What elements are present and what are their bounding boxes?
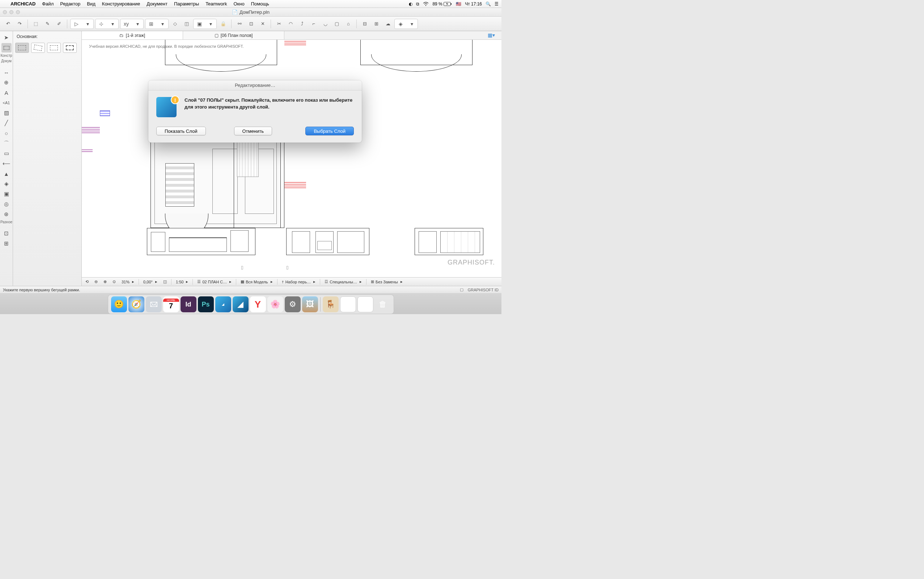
- arrow-tool-icon[interactable]: ➤: [2, 33, 11, 43]
- detail-tool-icon[interactable]: ◎: [2, 200, 11, 209]
- worksheet-tool-icon[interactable]: ▣: [2, 189, 11, 199]
- dock-photoshop-icon[interactable]: Ps: [198, 296, 214, 312]
- fit-icon[interactable]: ⟲: [84, 280, 90, 284]
- battery-status[interactable]: 89 %: [432, 2, 452, 7]
- cloud-icon[interactable]: ☁: [383, 19, 393, 29]
- grid-tool-icon[interactable]: ⊞: [2, 239, 11, 248]
- pen-set[interactable]: ⫯ Набор перь… ▸: [281, 280, 317, 284]
- spline-tool-icon[interactable]: ⌒: [2, 139, 11, 148]
- cube-icon[interactable]: ◫: [181, 19, 192, 29]
- circle-tool-icon[interactable]: ○: [2, 128, 11, 138]
- wifi-icon[interactable]: [423, 2, 429, 6]
- coord-group[interactable]: xy▾: [120, 19, 144, 29]
- drawing-tool-icon[interactable]: ▭: [2, 149, 11, 158]
- menu-options[interactable]: Параметры: [171, 1, 202, 7]
- pick-tool-icon[interactable]: ⬚: [31, 19, 41, 29]
- zoom-button[interactable]: [16, 10, 20, 14]
- group-icon[interactable]: ⊟: [360, 19, 370, 29]
- grid-icon[interactable]: ⊞: [146, 20, 157, 28]
- app-name[interactable]: ARCHICAD: [7, 1, 39, 7]
- fill-tool-icon[interactable]: ▨: [2, 108, 11, 118]
- measure-icon[interactable]: ⊡: [246, 19, 256, 29]
- interior-tool-icon[interactable]: ◈: [2, 179, 11, 188]
- clock[interactable]: Чт 17:16: [465, 2, 482, 7]
- drawing-canvas[interactable]: Учебная версия ARCHICAD, не для продажи.…: [82, 40, 501, 277]
- show-layer-button[interactable]: Показать Слой: [156, 127, 206, 135]
- section-tool-icon[interactable]: ⟵: [2, 159, 11, 168]
- tab-floor[interactable]: 🗀 [1-й этаж]: [82, 31, 183, 39]
- snap-group[interactable]: ⊹▾: [95, 19, 119, 29]
- creative-cloud-icon[interactable]: ⧉: [416, 2, 419, 7]
- dock-photos-icon[interactable]: 🌸: [267, 296, 283, 312]
- dock-trash-icon[interactable]: 🗑: [375, 296, 391, 312]
- line-tool-icon[interactable]: ╱: [2, 118, 11, 128]
- tab-floorplan[interactable]: ▢ [06 План полов]: [183, 31, 284, 39]
- dock-finder-icon[interactable]: 🙂: [111, 296, 127, 312]
- dock-doc-3-icon[interactable]: ▤: [358, 296, 373, 312]
- navigator-toggle-icon[interactable]: ▦▾: [484, 31, 498, 39]
- graphisoft-id[interactable]: GRAPHISOFT ID: [468, 288, 498, 292]
- menu-window[interactable]: Окно: [230, 1, 248, 7]
- fillet-icon[interactable]: ⌐: [309, 19, 319, 29]
- level-tool-icon[interactable]: ⊕: [2, 78, 11, 87]
- zoom-out-icon[interactable]: ⊖: [93, 280, 99, 284]
- layer-combo[interactable]: ☰ 02 ПЛАН С… ▸: [196, 280, 233, 284]
- window-icon[interactable]: ▢: [332, 19, 342, 29]
- minimize-button[interactable]: [10, 10, 13, 14]
- menu-view[interactable]: Вид: [83, 1, 99, 7]
- input-flag[interactable]: 🇺🇸: [456, 2, 461, 7]
- marquee-rotrect-icon[interactable]: [31, 43, 45, 53]
- dock-calendar-icon[interactable]: НОЯБ7: [163, 296, 179, 312]
- dock-archicad-edu-icon[interactable]: ◢: [215, 296, 231, 312]
- dock-mail-icon[interactable]: 🖂: [146, 296, 162, 312]
- explode-icon[interactable]: ◈: [395, 20, 406, 28]
- spotlight-icon[interactable]: 🔍: [485, 2, 491, 7]
- connect-icon[interactable]: ⚯: [234, 19, 245, 29]
- model-filter[interactable]: ▦ Вся Модель ▸: [239, 280, 274, 284]
- zoom-value[interactable]: 31% ▸: [120, 280, 135, 284]
- menu-file[interactable]: Файл: [39, 1, 57, 7]
- dock-indesign-icon[interactable]: Id: [181, 296, 196, 312]
- syringe-icon[interactable]: ✐: [54, 19, 64, 29]
- snap-icon[interactable]: ⊹: [96, 20, 107, 28]
- display-options[interactable]: ☲ Специальны… ▸: [323, 280, 363, 284]
- menu-design[interactable]: Конструирование: [99, 1, 143, 7]
- plane-icon[interactable]: ◇: [170, 19, 180, 29]
- cancel-button[interactable]: Отменить: [234, 127, 272, 135]
- marquee-tool-icon[interactable]: [2, 43, 11, 52]
- menu-editor[interactable]: Редактор: [57, 1, 83, 7]
- elevation-tool-icon[interactable]: ▲: [2, 169, 11, 178]
- angle-value[interactable]: 0,00° ▸: [142, 280, 159, 284]
- dimension-tool-icon[interactable]: ↔: [2, 68, 11, 77]
- menu-teamwork[interactable]: Teamwork: [202, 1, 230, 7]
- adjust-icon[interactable]: ⤴: [297, 19, 307, 29]
- menu-document[interactable]: Документ: [143, 1, 171, 7]
- scale-value[interactable]: 1:50 ▸: [175, 280, 189, 284]
- redo-button[interactable]: ↷: [15, 19, 24, 29]
- zoom-reset-icon[interactable]: ⊙: [111, 280, 117, 284]
- zoom-in-icon[interactable]: ⊕: [102, 280, 108, 284]
- close-button[interactable]: [3, 10, 7, 14]
- marquee-poly-icon[interactable]: [47, 43, 61, 53]
- dock-safari-icon[interactable]: 🧭: [129, 296, 144, 312]
- siri-icon[interactable]: ◐: [409, 2, 413, 7]
- grid-group[interactable]: ⊞▾: [145, 19, 168, 29]
- control-center-icon[interactable]: ☰: [495, 2, 498, 7]
- ruler-icon[interactable]: ▷: [71, 20, 82, 28]
- suspend-icon[interactable]: 🔒: [218, 19, 228, 29]
- traffic-lights[interactable]: [3, 10, 20, 14]
- change-tool-icon[interactable]: ⊛: [2, 209, 11, 219]
- status-icon[interactable]: ▢: [460, 287, 464, 292]
- xy-icon[interactable]: xy: [121, 20, 132, 28]
- guide-group[interactable]: ▷▾: [70, 19, 94, 29]
- label-tool-icon[interactable]: <A1: [2, 98, 11, 108]
- offset-icon[interactable]: ◡: [320, 19, 330, 29]
- dock-doc-2-icon[interactable]: ▦: [340, 296, 356, 312]
- dock-doc-1-icon[interactable]: 🪑: [323, 296, 339, 312]
- explode-group[interactable]: ◈▾: [394, 19, 418, 29]
- trace-group[interactable]: ▣▾: [193, 19, 217, 29]
- eyedropper-icon[interactable]: ✎: [42, 19, 52, 29]
- dock-preview-icon[interactable]: 🖼: [302, 296, 318, 312]
- undo-button[interactable]: ↶: [3, 19, 13, 29]
- orient-icon[interactable]: ◫: [162, 280, 168, 284]
